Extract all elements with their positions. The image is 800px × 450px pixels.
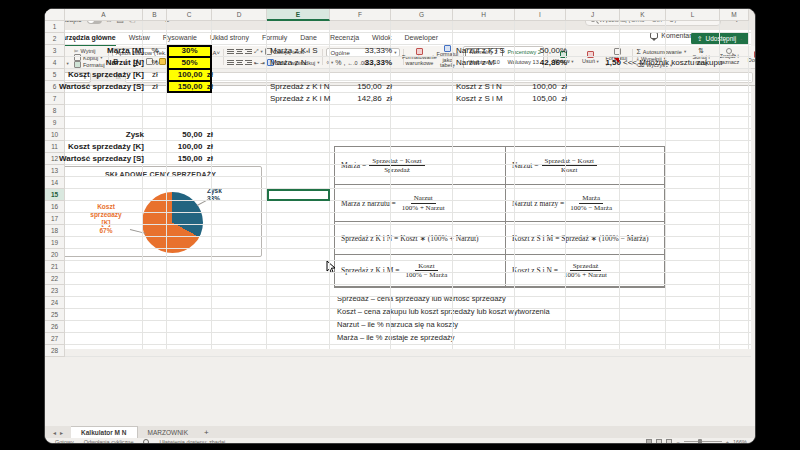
column-header-D[interactable]: D — [212, 9, 267, 21]
row-header-22[interactable]: 22 — [45, 273, 65, 285]
increase-decimal-button[interactable]: ←.0 — [347, 60, 357, 66]
add-sheet-button[interactable]: + — [198, 428, 215, 438]
cell-H7[interactable]: Koszt z S i M — [456, 93, 503, 105]
cell-E3[interactable]: Marża z K i S — [270, 45, 318, 57]
row-header-13[interactable]: 13 — [45, 165, 65, 177]
autosum-button[interactable]: ΣAutosumowanie▾ — [636, 48, 686, 55]
row-header-26[interactable]: 26 — [45, 321, 65, 333]
row-header-28[interactable]: 28 — [45, 345, 65, 349]
cell-A6[interactable]: Wartość sprzedazy [S] — [59, 81, 144, 93]
row-header-4[interactable]: 4 — [45, 57, 65, 69]
comment-indicator[interactable] — [614, 58, 619, 63]
row-header-5[interactable]: 5 — [45, 69, 65, 81]
align-center-icon[interactable] — [236, 60, 243, 65]
cell-F3[interactable]: 33,33% — [365, 45, 392, 57]
row-header-25[interactable]: 25 — [45, 309, 65, 321]
column-header-H[interactable]: H — [453, 9, 515, 21]
cell-A10[interactable]: Zysk — [126, 129, 144, 141]
row-header-14[interactable]: 14 — [45, 177, 65, 189]
column-header-E[interactable]: E — [267, 9, 330, 21]
cell-F7[interactable]: 142,86 zł — [357, 93, 392, 105]
column-header-M[interactable]: M — [720, 9, 749, 21]
cell-E6[interactable]: Sprzedaż z K i N — [270, 81, 330, 93]
view-normal-icon[interactable] — [646, 439, 652, 444]
cell-H4[interactable]: Narzut z M — [456, 57, 495, 69]
shrink-font-button[interactable]: A˅ — [212, 50, 220, 56]
row-header-2[interactable]: 2 — [45, 33, 65, 45]
column-header-J[interactable]: J — [566, 9, 620, 21]
format-painter-button[interactable]: Formatuj — [74, 61, 105, 68]
column-header-F[interactable]: F — [330, 9, 391, 21]
cell-C12[interactable]: 150,00 zł — [178, 153, 213, 165]
cell-H3[interactable]: Narzut z K i S — [456, 45, 505, 57]
row-header-24[interactable]: 24 — [45, 297, 65, 309]
align-right-icon[interactable] — [245, 60, 252, 65]
zoom-out-button[interactable]: − — [676, 439, 679, 445]
cell-A11[interactable]: Koszt sprzedaży [K] — [68, 141, 144, 153]
row-header-23[interactable]: 23 — [45, 285, 65, 297]
indent-buttons[interactable]: ⇤ ⇥ — [254, 60, 265, 66]
cell-E7[interactable]: Sprzedaż z K i M — [270, 93, 330, 105]
cell-C6[interactable]: 150,00 zł — [178, 81, 213, 93]
column-header-L[interactable]: L — [666, 9, 720, 21]
row-header-11[interactable]: 11 — [45, 141, 65, 153]
row-header-15[interactable]: 15 — [45, 189, 65, 201]
delete-cells-button[interactable]: Usuń ▾ — [578, 51, 602, 64]
align-middle-icon[interactable] — [236, 49, 243, 54]
cell-C5[interactable]: 100,00 zł — [178, 69, 213, 81]
cell-B3[interactable]: % — [143, 45, 167, 57]
sheet-tab-marzownik[interactable]: MARZOWNIK — [138, 427, 198, 438]
select-all-corner[interactable] — [45, 9, 65, 21]
zoom-slider[interactable] — [684, 441, 722, 442]
row-header-7[interactable]: 7 — [45, 93, 65, 105]
cell-C4[interactable]: 50% — [167, 57, 212, 69]
cell-I3[interactable]: 50,00% — [540, 45, 567, 57]
column-header-K[interactable]: K — [620, 9, 666, 21]
cell-I6[interactable]: 100,00 zł — [532, 81, 567, 93]
cell-I4[interactable]: 42,86% — [540, 57, 567, 69]
orientation-button[interactable]: ⤢▾ — [254, 48, 263, 55]
cell-style-4[interactable]: Walutowy 13 — [504, 58, 542, 67]
cell-A12[interactable]: Wartość sprzedazy [S] — [59, 153, 144, 165]
row-header-17[interactable]: 17 — [45, 213, 65, 225]
cell-A4[interactable]: Narzut [N] — [106, 57, 144, 69]
cell-F4[interactable]: 33,33% — [365, 57, 392, 69]
zoom-slider-knob[interactable] — [698, 439, 702, 444]
cell-E4[interactable]: Marża z N — [270, 57, 306, 69]
comma-format-button[interactable]: , — [343, 59, 345, 66]
row-header-16[interactable]: 16 — [45, 201, 65, 213]
cell-C3[interactable]: 30% — [167, 45, 212, 57]
status-circular-refs[interactable]: Odwołania cykliczne — [84, 439, 134, 445]
column-header-B[interactable]: B — [143, 9, 167, 21]
sheet-nav-arrows[interactable]: ◂▸ — [45, 429, 71, 438]
cell-F6[interactable]: 150,00 zł — [357, 81, 392, 93]
percent-format-button[interactable]: % — [335, 59, 341, 66]
row-header-8[interactable]: 8 — [45, 105, 65, 117]
zoom-in-button[interactable]: + — [726, 439, 729, 445]
conditional-formatting-button[interactable]: Formatowanie warunkowe — [407, 48, 431, 67]
cell-C11[interactable]: 100,00 zł — [178, 141, 213, 153]
align-left-icon[interactable] — [227, 60, 234, 65]
row-header-18[interactable]: 18 — [45, 225, 65, 237]
row-header-1[interactable]: 1 — [45, 21, 65, 33]
view-page-break-icon[interactable] — [666, 439, 672, 444]
view-page-layout-icon[interactable] — [656, 439, 662, 444]
selected-cell-outline[interactable] — [267, 189, 330, 201]
cell-K4[interactable]: <<< Mnożnik kosztu zakupu — [623, 57, 722, 69]
column-header-I[interactable]: I — [515, 9, 566, 21]
align-bottom-icon[interactable] — [245, 49, 252, 54]
cell-B6[interactable]: zł — [143, 81, 167, 93]
row-header-19[interactable]: 19 — [45, 237, 65, 249]
row-header-20[interactable]: 20 — [45, 249, 65, 261]
column-header-C[interactable]: C — [167, 9, 212, 21]
row-header-21[interactable]: 21 — [45, 261, 65, 273]
row-header-27[interactable]: 27 — [45, 333, 65, 345]
cell-H6[interactable]: Koszt z S i N — [456, 81, 502, 93]
sheet-tab-kalkulator-m-n[interactable]: Kalkulator M N — [71, 426, 138, 438]
zoom-level[interactable]: 166% — [733, 439, 747, 445]
column-header-A[interactable]: A — [65, 9, 143, 21]
cell-B5[interactable]: zł — [143, 69, 167, 81]
cell-A5[interactable]: Koszt sprzedaży [K] — [68, 69, 144, 81]
row-header-10[interactable]: 10 — [45, 129, 65, 141]
cell-B4[interactable]: % — [143, 57, 167, 69]
